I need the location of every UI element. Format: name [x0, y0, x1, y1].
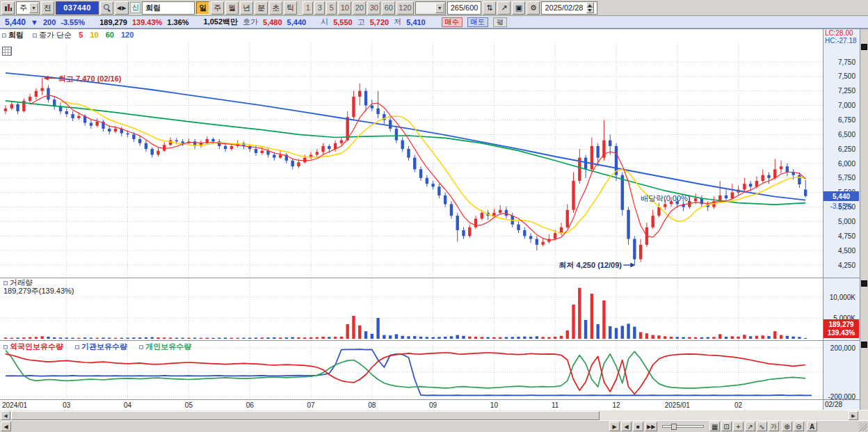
minute-10-button[interactable]: 10	[338, 1, 351, 15]
svg-text:2024/01: 2024/01	[2, 401, 28, 409]
copy-icon: ⊡	[723, 423, 729, 431]
svg-text:4,750: 4,750	[838, 232, 855, 240]
svg-text:12: 12	[612, 401, 620, 409]
sell-button[interactable]: 매도	[467, 17, 488, 27]
current-volume-badge: 189,279 139.43%	[823, 319, 859, 338]
date-spinner[interactable]	[586, 2, 594, 13]
period-second-button[interactable]: 초	[269, 1, 282, 15]
period-tick-button[interactable]: 틱	[284, 1, 297, 15]
svg-text:5,000: 5,000	[838, 218, 855, 225]
spinner-down-icon[interactable]	[586, 8, 594, 13]
legend-ma-label: 종가 단순	[39, 31, 72, 39]
search-button[interactable]	[100, 1, 113, 15]
ownership-pane-expand-button[interactable]	[861, 342, 867, 348]
minute-1-button[interactable]: 1	[303, 1, 313, 15]
period-day-button[interactable]: 일	[196, 1, 209, 15]
replay-play-button[interactable]: ▶	[609, 422, 620, 431]
price-pane-expand-button[interactable]	[861, 44, 867, 50]
legend-bullet-icon	[139, 345, 143, 349]
zoom-in-button[interactable]: ⊕	[782, 422, 792, 431]
stock-name-field[interactable]: 희림	[142, 1, 195, 15]
crosshair-tool-button[interactable]: +	[733, 422, 744, 431]
data-grid-icon[interactable]	[2, 47, 12, 56]
spinner-up-icon[interactable]	[586, 2, 594, 8]
save-button[interactable]: ▣	[512, 1, 525, 15]
trendline-tool-button[interactable]: ↗	[745, 422, 755, 431]
scroll-right-button[interactable]: ▶	[849, 411, 858, 420]
svg-text:6,500: 6,500	[838, 131, 855, 138]
period-minute-button[interactable]: 분	[255, 1, 268, 15]
minute-60-button[interactable]: 60	[382, 1, 395, 15]
period-week-button[interactable]: 주	[211, 1, 224, 15]
stock-type-select[interactable]: 주▼	[16, 1, 40, 15]
updown-button[interactable]: ⇅	[483, 1, 496, 15]
replay-back-button[interactable]: ◀	[621, 422, 632, 431]
legend-ma5: 5	[79, 31, 83, 39]
current-volume-value: 189,279	[828, 321, 853, 329]
period-year-button[interactable]: 년	[240, 1, 253, 15]
change-value: 200	[43, 18, 56, 26]
trend-tool-button[interactable]: ↗	[497, 1, 511, 15]
svg-text:6,000: 6,000	[838, 160, 855, 168]
volume-legend-title: 거래량	[10, 278, 33, 287]
legend-ma60: 60	[106, 31, 114, 39]
copy-tool-button[interactable]: ⊡	[721, 422, 732, 431]
hoga-label: 호가	[243, 17, 258, 27]
minute-120-button[interactable]: 120	[396, 1, 413, 15]
minute-3-button[interactable]: 3	[314, 1, 325, 15]
low-price: 5,410	[406, 18, 426, 26]
svg-text:11: 11	[552, 401, 559, 409]
avg-button[interactable]: 평	[493, 17, 507, 27]
scroll-left-button[interactable]: ◀	[1, 411, 10, 420]
buy-button[interactable]: 매수	[442, 17, 463, 27]
main-toolbar: 주▼ 전 037440 ◀▶ 신 희림 일 주 월 년 분 초 틱 1 3 5 …	[0, 0, 868, 16]
wave-tool-button[interactable]: ∿	[757, 422, 767, 431]
slider-knob[interactable]	[671, 424, 677, 430]
svg-text:7,500: 7,500	[838, 72, 855, 80]
text-tool-icon: 가	[771, 422, 777, 431]
ask-price: 5,480	[263, 18, 282, 26]
chart-scrollbar[interactable]: ◀ ▶	[0, 410, 868, 420]
jeon-button[interactable]: 전	[41, 1, 54, 15]
scrollbar-thumb[interactable]	[11, 411, 600, 420]
replay-stop-button[interactable]: ■	[633, 422, 643, 431]
period-month-button[interactable]: 월	[225, 1, 239, 15]
next-stock-icon: ▶	[122, 5, 127, 11]
svg-text:10,000K: 10,000K	[830, 294, 856, 301]
minute-20-button[interactable]: 20	[353, 1, 366, 15]
grid-tool-button[interactable]: ▦	[709, 422, 720, 431]
candle-chart-icon	[4, 3, 13, 12]
legend-bullet-icon	[3, 345, 8, 349]
volume-pane-expand-button[interactable]	[861, 280, 867, 287]
pan-left-button[interactable]: ◀	[1, 422, 11, 431]
turnover-pct: 1.36%	[167, 18, 188, 26]
replay-speed-slider[interactable]	[662, 425, 704, 428]
dividend-annotation: 배당락(0.00%)	[641, 193, 691, 204]
lc-label: LC:28.00	[825, 29, 853, 37]
resize-grip[interactable]	[859, 422, 867, 431]
text-tool-button[interactable]: 가	[769, 422, 779, 431]
settings-button[interactable]: ⚙	[527, 1, 540, 15]
zoom-out-button[interactable]: ⊖	[794, 422, 804, 431]
foreign-legend: 외국인보유수량	[10, 342, 63, 351]
minute-select[interactable]: ▼	[415, 1, 446, 15]
minute-5-button[interactable]: 5	[326, 1, 337, 15]
date-input[interactable]: 2025/02/28	[541, 1, 597, 15]
gear-icon: ⚙	[530, 3, 537, 13]
svg-text:04: 04	[124, 401, 132, 409]
svg-text:6,250: 6,250	[838, 145, 855, 153]
volume-pane-legend: 거래량 189,279주(139.43%)	[3, 278, 74, 295]
chart-canvas[interactable]: 7,7507,5007,2507,0006,7506,5006,2506,000…	[0, 29, 868, 410]
minute-30-button[interactable]: 30	[367, 1, 380, 15]
svg-text:7,000: 7,000	[838, 102, 855, 109]
auto-scale-button[interactable]: A	[807, 422, 817, 431]
replay-forward-button[interactable]: ▶▶	[645, 422, 657, 431]
save-icon: ▣	[515, 3, 522, 13]
volume-legend-value: 189,279주(139.43%)	[3, 287, 74, 295]
chart-menu-button[interactable]	[1, 1, 15, 15]
low-annotation: 최저 4,250 (12/09)	[559, 260, 622, 271]
svg-text:06: 06	[246, 401, 255, 409]
prev-next-stock-button[interactable]: ◀▶	[115, 1, 129, 15]
svg-text:4,250: 4,250	[838, 262, 855, 269]
stock-code-input[interactable]: 037440	[56, 1, 99, 15]
